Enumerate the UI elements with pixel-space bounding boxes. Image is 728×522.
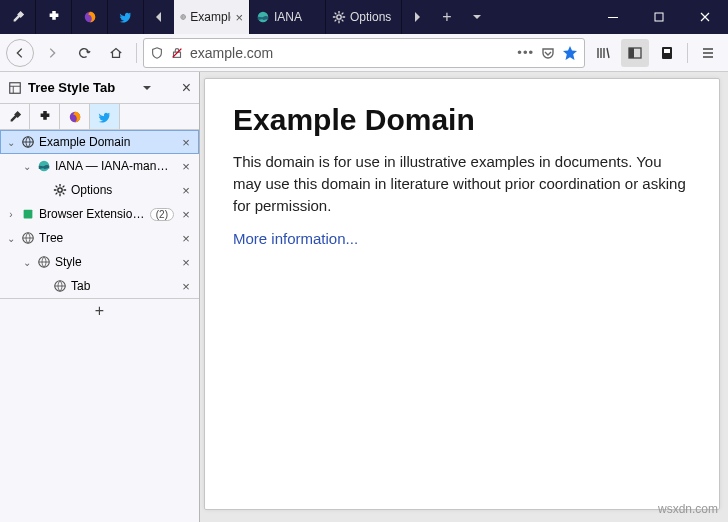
reload-button[interactable]	[70, 39, 98, 67]
close-icon[interactable]: ×	[178, 135, 194, 150]
shield-icon[interactable]	[150, 46, 164, 60]
svg-rect-12	[10, 82, 21, 93]
url-bar[interactable]: example.com •••	[143, 38, 585, 68]
sidebar: Tree Style Tab × ⌄Example Domain×⌄IANA —…	[0, 72, 200, 522]
forward-button[interactable]	[38, 39, 66, 67]
twisty-icon[interactable]: ⌄	[21, 257, 33, 268]
svg-point-3	[337, 15, 341, 19]
tree-item[interactable]: Tab×	[0, 274, 199, 298]
new-tab-button[interactable]: +	[432, 0, 462, 34]
pinned-twitter[interactable]	[90, 104, 120, 129]
pinned-tools[interactable]	[0, 104, 30, 129]
pinned-tab-tools[interactable]	[0, 0, 36, 34]
svg-rect-4	[608, 17, 618, 18]
url-text[interactable]: example.com	[190, 45, 511, 61]
tree-item[interactable]: ⌄IANA — IANA-managed×	[0, 154, 199, 178]
back-button[interactable]	[6, 39, 34, 67]
page-content: Example Domain This domain is for use in…	[204, 78, 720, 510]
page-title: Example Domain	[233, 103, 691, 137]
tree-item-label: Tab	[71, 279, 174, 293]
separator	[687, 43, 688, 63]
favicon-icon	[53, 279, 67, 293]
window-controls	[590, 0, 728, 34]
svg-rect-11	[664, 49, 670, 53]
toolbar: example.com •••	[0, 34, 728, 72]
tab-options[interactable]: Options	[326, 0, 402, 34]
close-icon[interactable]: ×	[178, 183, 194, 198]
tree-item[interactable]: Options×	[0, 178, 199, 202]
new-tree-tab-button[interactable]: +	[0, 298, 199, 322]
favicon-icon	[53, 183, 67, 197]
minimize-button[interactable]	[590, 0, 636, 34]
tst-icon	[8, 81, 22, 95]
tab-scroll-left[interactable]	[144, 0, 174, 34]
sidebar-pinned-row	[0, 104, 199, 130]
separator	[136, 43, 137, 63]
bookmark-star-icon[interactable]	[562, 45, 578, 61]
sidebar-close-icon[interactable]: ×	[182, 79, 191, 97]
page-actions-icon[interactable]: •••	[517, 45, 534, 60]
titlebar: Example Domain × IANA Options +	[0, 0, 728, 34]
pocket-icon[interactable]	[540, 45, 556, 61]
twisty-icon[interactable]: ⌄	[21, 161, 33, 172]
tree-item[interactable]: ›Browser Extensions - (2)×	[0, 202, 199, 226]
favicon-icon	[37, 159, 51, 173]
tabs-dropdown[interactable]	[462, 0, 492, 34]
maximize-button[interactable]	[636, 0, 682, 34]
twisty-icon[interactable]: ⌄	[5, 137, 17, 148]
tree-item-label: Tree	[39, 231, 174, 245]
save-page-icon[interactable]	[653, 39, 681, 67]
favicon-icon	[21, 135, 35, 149]
sidebar-dropdown-icon[interactable]	[142, 83, 152, 93]
svg-rect-5	[655, 13, 663, 21]
more-info-link[interactable]: More information...	[233, 230, 358, 247]
close-icon[interactable]: ×	[178, 279, 194, 294]
favicon-icon	[37, 255, 51, 269]
home-button[interactable]	[102, 39, 130, 67]
tab-label: Options	[350, 10, 391, 24]
close-icon[interactable]: ×	[178, 207, 194, 222]
close-icon[interactable]: ×	[178, 231, 194, 246]
tree-item[interactable]: ⌄Style×	[0, 250, 199, 274]
library-icon[interactable]	[589, 39, 617, 67]
tree: ⌄Example Domain×⌄IANA — IANA-managed×Opt…	[0, 130, 199, 298]
tab-strip: Example Domain × IANA Options	[174, 0, 402, 34]
tab-scroll-right[interactable]	[402, 0, 432, 34]
twisty-icon[interactable]: ›	[5, 209, 17, 220]
pinned-firefox[interactable]	[60, 104, 90, 129]
close-icon[interactable]: ×	[235, 10, 243, 25]
watermark: wsxdn.com	[658, 502, 718, 516]
count-badge: (2)	[150, 208, 174, 221]
twisty-icon[interactable]: ⌄	[5, 233, 17, 244]
close-icon[interactable]: ×	[178, 159, 194, 174]
tree-item-label: IANA — IANA-managed	[55, 159, 174, 173]
svg-rect-17	[24, 210, 33, 219]
tree-item-label: Style	[55, 255, 174, 269]
tree-item-label: Options	[71, 183, 174, 197]
sidebar-toggle-icon[interactable]	[621, 39, 649, 67]
close-icon[interactable]: ×	[178, 255, 194, 270]
pinned-tab-twitter[interactable]	[108, 0, 144, 34]
tree-item[interactable]: ⌄Example Domain×	[0, 130, 199, 154]
favicon-icon	[21, 207, 35, 221]
menu-button[interactable]	[694, 39, 722, 67]
tree-item-label: Example Domain	[39, 135, 174, 149]
titlebar-drag	[492, 0, 590, 34]
sidebar-header: Tree Style Tab ×	[0, 72, 199, 104]
tab-example-domain[interactable]: Example Domain ×	[174, 0, 250, 34]
sidebar-title: Tree Style Tab	[28, 80, 136, 95]
close-window-button[interactable]	[682, 0, 728, 34]
lock-icon[interactable]	[170, 46, 184, 60]
tab-iana[interactable]: IANA	[250, 0, 326, 34]
tab-label: Example Domain	[190, 10, 231, 24]
pinned-puzzle[interactable]	[30, 104, 60, 129]
svg-rect-9	[629, 48, 634, 58]
svg-point-16	[58, 188, 62, 192]
pinned-tab-puzzle[interactable]	[36, 0, 72, 34]
tree-item-label: Browser Extensions -	[39, 207, 146, 221]
pinned-tab-firefox[interactable]	[72, 0, 108, 34]
page-body: This domain is for use in illustrative e…	[233, 151, 691, 216]
tab-label: IANA	[274, 10, 302, 24]
tree-item[interactable]: ⌄Tree×	[0, 226, 199, 250]
content-row: Tree Style Tab × ⌄Example Domain×⌄IANA —…	[0, 72, 728, 522]
